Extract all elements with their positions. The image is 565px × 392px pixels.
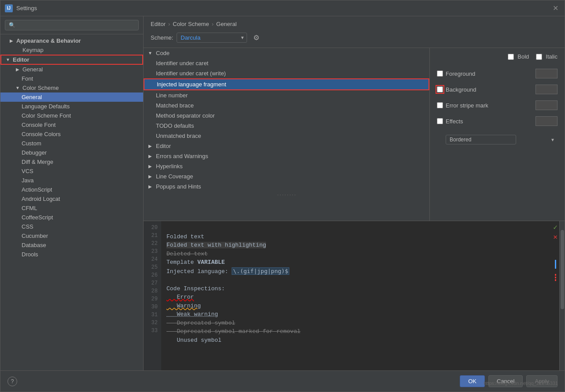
code-item-todo-defaults[interactable]: TODO defaults <box>144 121 429 131</box>
error-stripe-checkbox[interactable] <box>437 102 443 108</box>
divider-dots: · · · · · · · · <box>144 192 429 198</box>
sidebar-label-console-font: Console Font <box>22 122 55 128</box>
sidebar-item-language-defaults[interactable]: Language Defaults <box>0 102 143 111</box>
code-item-label: Matched brace <box>156 102 194 109</box>
error-stripe-left: Error stripe mark <box>437 102 488 109</box>
ok-button[interactable]: OK <box>460 375 485 387</box>
scheme-label: Scheme: <box>151 34 173 41</box>
code-group-errors[interactable]: ▶ Errors and Warnings <box>144 151 429 161</box>
foreground-color-box[interactable] <box>535 69 558 78</box>
error-stripe-color-swatch[interactable] <box>535 100 558 110</box>
arrow-icon: ▼ <box>5 57 11 63</box>
sidebar-item-general-sub[interactable]: General <box>0 92 143 102</box>
sidebar-item-custom[interactable]: Custom <box>0 139 143 148</box>
background-color-swatch[interactable] <box>535 85 558 94</box>
scheme-dropdown[interactable]: Darcula Default High Contrast <box>177 33 247 43</box>
sidebar-item-keymap[interactable]: Keymap <box>0 45 143 55</box>
code-item-label: Line number <box>156 92 188 99</box>
sidebar-label-debugger: Debugger <box>22 149 47 156</box>
background-checkbox[interactable] <box>437 86 443 92</box>
foreground-color-swatch[interactable] <box>535 69 558 78</box>
sidebar-label-general: General <box>22 66 43 73</box>
expand-icon: ▼ <box>147 50 153 56</box>
effects-type-dropdown[interactable]: Bordered Underscored Underwaved Box Roun… <box>446 135 516 144</box>
sidebar-item-appearance[interactable]: ▶ Appearance & Behavior <box>0 36 143 45</box>
sidebar-item-drools[interactable]: Drools <box>0 250 143 259</box>
line-numbers: 20 21 22 23 24 25 26 27 28 29 30 31 32 3… <box>144 221 161 370</box>
scroll-thumb <box>561 230 564 309</box>
breadcrumb-part-color-scheme: Color Scheme <box>173 21 209 27</box>
effects-checkbox[interactable] <box>437 118 443 124</box>
error-stripe-color-box[interactable] <box>535 100 558 110</box>
x-icon: ✕ <box>553 233 558 241</box>
expand-icon: ▶ <box>147 184 153 190</box>
italic-checkbox[interactable] <box>536 54 542 60</box>
line-num-26: 26 <box>147 271 158 279</box>
scheme-dropdown-wrap: Darcula Default High Contrast ▼ <box>177 33 247 43</box>
sidebar-item-font[interactable]: Font <box>0 74 143 83</box>
search-input[interactable] <box>5 20 139 30</box>
sidebar-item-debugger[interactable]: Debugger <box>0 148 143 157</box>
sidebar-label-database: Database <box>22 242 46 248</box>
code-item-matched-brace[interactable]: Matched brace <box>144 100 429 111</box>
bottom-bar: ? OK Cancel Apply <box>0 370 565 392</box>
preview-side-indicators: ✓ ✕ <box>552 221 558 370</box>
expand-icon: ▶ <box>147 143 153 149</box>
code-group-label: Hyperlinks <box>156 163 183 170</box>
code-group-hyperlinks[interactable]: ▶ Hyperlinks <box>144 161 429 171</box>
sidebar-item-database[interactable]: Database <box>0 240 143 250</box>
code-item-line-number[interactable]: Line number <box>144 90 429 100</box>
sidebar-item-diff-merge[interactable]: Diff & Merge <box>0 157 143 166</box>
preview-line-24: Template VARIABLE <box>166 258 559 267</box>
code-template-text: Template <box>166 259 197 266</box>
code-item-method-separator[interactable]: Method separator color <box>144 111 429 121</box>
effects-color-swatch[interactable] <box>535 116 558 126</box>
tree-panel: ▼ Code Identifier under caret Identifier… <box>144 48 430 221</box>
sidebar-item-editor[interactable]: ▼ Editor <box>0 55 143 65</box>
effects-color-box[interactable] <box>535 116 558 126</box>
error-stripe-label: Error stripe mark <box>446 102 488 109</box>
code-item-identifier-caret[interactable]: Identifier under caret <box>144 58 429 68</box>
preview-line-22: Folded text with highlighting <box>166 241 559 250</box>
code-injected-value: \.(gif|jpg|png)$ <box>232 267 289 275</box>
background-color-box[interactable] <box>535 85 558 94</box>
code-group-editor[interactable]: ▶ Editor <box>144 141 429 151</box>
foreground-label: Foreground <box>446 70 475 77</box>
line-num-29: 29 <box>147 295 158 303</box>
sidebar-label-keymap: Keymap <box>22 47 44 53</box>
bold-checkbox[interactable] <box>508 54 514 60</box>
scheme-row: Scheme: Darcula Default High Contrast ▼ … <box>144 30 565 48</box>
sidebar-item-java[interactable]: Java <box>0 176 143 185</box>
gear-icon[interactable]: ⚙ <box>251 32 262 43</box>
help-icon[interactable]: ? <box>7 377 17 386</box>
foreground-left: Foreground <box>437 70 475 77</box>
sidebar-item-color-scheme[interactable]: ▼ Color Scheme <box>0 83 143 92</box>
sidebar-item-css[interactable]: CSS <box>0 222 143 231</box>
code-item-unmatched-brace[interactable]: Unmatched brace <box>144 131 429 141</box>
sidebar-item-console-colors[interactable]: Console Colors <box>0 129 143 139</box>
sidebar-item-console-font[interactable]: Console Font <box>0 120 143 129</box>
sidebar-item-android-logcat[interactable]: Android Logcat <box>0 194 143 203</box>
sidebar-item-coffeescript[interactable]: CoffeeScript <box>0 213 143 222</box>
preview-scrollbar[interactable] <box>559 221 565 370</box>
properties-panel: Bold Italic Foreground <box>430 48 565 221</box>
close-button[interactable]: ✕ <box>550 4 560 13</box>
sidebar-item-color-scheme-font[interactable]: Color Scheme Font <box>0 111 143 120</box>
code-item-injected-language[interactable]: Injected language fragment <box>144 78 429 90</box>
sidebar-item-general[interactable]: ▶ General <box>0 65 143 74</box>
code-item-identifier-caret-write[interactable]: Identifier under caret (write) <box>144 68 429 78</box>
sidebar-item-vcs[interactable]: VCS <box>0 166 143 176</box>
preview-line-20 <box>166 224 559 233</box>
code-group-label: Code <box>156 50 170 56</box>
sidebar-item-cucumber[interactable]: Cucumber <box>0 231 143 240</box>
code-group-line-coverage[interactable]: ▶ Line Coverage <box>144 171 429 181</box>
code-group-popups[interactable]: ▶ Popups and Hints <box>144 181 429 192</box>
preview-line-27: Code Inspections: <box>166 285 559 293</box>
arrow-icon <box>15 47 21 53</box>
checkmark-icon: ✓ <box>553 223 558 232</box>
code-group-code[interactable]: ▼ Code <box>144 48 429 58</box>
sidebar-item-cfml[interactable]: CFML <box>0 203 143 213</box>
foreground-checkbox[interactable] <box>437 70 443 77</box>
sidebar-item-actionscript[interactable]: ActionScript <box>0 185 143 194</box>
line-num-21: 21 <box>147 232 158 240</box>
